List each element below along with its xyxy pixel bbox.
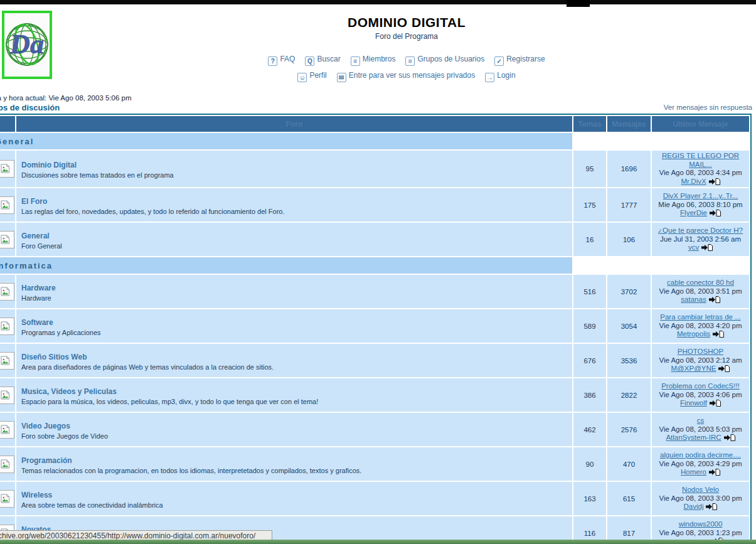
goto-last-post-icon[interactable] bbox=[709, 469, 720, 476]
forum-icon-cell bbox=[0, 482, 15, 515]
last-post-user-line: Mr.DivX bbox=[654, 178, 747, 186]
last-post-user-link[interactable]: AtlanSystem-IRC bbox=[666, 434, 721, 441]
search-icon: Q bbox=[305, 56, 314, 66]
forum-cell: El Foro Las reglas del foro, novedades, … bbox=[16, 188, 572, 221]
last-post-user-link[interactable]: Finnwolf bbox=[680, 399, 707, 407]
nav-link[interactable]: ?FAQ bbox=[268, 53, 295, 66]
forum-description: Hardware bbox=[21, 294, 567, 302]
last-post-column-header: Ultimo Mensaje bbox=[652, 116, 749, 132]
forum-icon-cell bbox=[0, 413, 15, 446]
last-post-date: Mie Ago 06, 2003 8:10 pm bbox=[654, 201, 747, 210]
category-title: Informatica bbox=[0, 257, 572, 274]
last-post-date: Vie Ago 08, 2003 5:03 pm bbox=[654, 425, 747, 434]
site-logo[interactable]: Da bbox=[2, 11, 52, 79]
broken-image-icon bbox=[0, 160, 14, 178]
forum-row: Software Programas y Aplicaciones 589 30… bbox=[0, 309, 749, 343]
forum-description: Foro General bbox=[21, 242, 567, 250]
last-post-user-link[interactable]: Homero bbox=[681, 468, 706, 476]
goto-last-post-icon[interactable] bbox=[709, 296, 720, 303]
goto-last-post-icon[interactable] bbox=[713, 331, 724, 338]
goto-last-post-icon[interactable] bbox=[710, 400, 721, 407]
forum-index-link[interactable]: Foros de discusión bbox=[0, 103, 60, 112]
last-topic-link[interactable]: Para cambiar letras de ... bbox=[660, 313, 740, 321]
last-topic-link[interactable]: DivX Player 2.1...y..Tr... bbox=[663, 192, 738, 200]
last-post-cell: REGIS TE LLEGO POR MAIL... Vie Ago 08, 2… bbox=[652, 151, 749, 187]
last-topic-link[interactable]: REGIS TE LLEGO POR MAIL... bbox=[662, 152, 739, 168]
forum-cell: Musica, Videos y Peliculas Espacio para … bbox=[16, 378, 572, 412]
last-post-user-line: M@XP@YNE bbox=[654, 365, 747, 373]
nav-link[interactable]: ≡Grupos de Usuarios bbox=[405, 53, 484, 66]
nav-link[interactable]: ≡Miembros bbox=[351, 53, 396, 66]
forum-link[interactable]: Dominio Digital bbox=[21, 161, 77, 169]
last-topic-link[interactable]: cable conector 80 hd bbox=[667, 279, 734, 286]
last-topic-link[interactable]: Nodos Velo bbox=[682, 486, 719, 493]
last-post-user-link[interactable]: Davidj bbox=[684, 503, 704, 510]
goto-last-post-icon[interactable] bbox=[701, 244, 713, 251]
last-post-user-link[interactable]: vcv bbox=[688, 243, 699, 251]
usergroups-icon: ≡ bbox=[405, 56, 415, 66]
last-post-user-link[interactable]: M@XP@YNE bbox=[671, 365, 716, 372]
last-topic-link[interactable]: PHOTOSHOP bbox=[678, 348, 723, 355]
browser-tab-notch bbox=[567, 0, 590, 7]
last-post-cell: cs Vie Ago 08, 2003 5:03 pm AtlanSystem-… bbox=[652, 413, 749, 446]
goto-last-post-icon[interactable] bbox=[710, 210, 721, 216]
nav-link[interactable]: ✉Entre para ver sus mensajes privados bbox=[337, 70, 475, 82]
forum-link[interactable]: El Foro bbox=[21, 197, 47, 206]
forum-description: Programas y Aplicaciones bbox=[21, 329, 567, 336]
last-topic-link[interactable]: alguien podira decirme.... bbox=[660, 451, 741, 459]
last-post-cell: ¿Que te parece Doctor H? Jue Jul 31, 200… bbox=[652, 223, 749, 256]
last-post-user-line: Davidj bbox=[654, 503, 747, 511]
forum-cell: Diseño Sitios Web Area para diseñadores … bbox=[16, 344, 572, 377]
forum-link[interactable]: Software bbox=[21, 318, 53, 327]
goto-last-post-icon[interactable] bbox=[724, 434, 735, 441]
last-post-user-link[interactable]: Mr.DivX bbox=[681, 178, 706, 185]
last-post-user-line: Finnwolf bbox=[654, 399, 747, 408]
topics-count: 95 bbox=[573, 151, 606, 187]
last-post-user-link[interactable]: Metropolis bbox=[677, 330, 710, 338]
forum-cell: General Foro General bbox=[16, 223, 572, 256]
last-post-date: Vie Ago 08, 2003 3:51 pm bbox=[654, 287, 747, 296]
last-post-date: Vie Ago 08, 2003 3:00 pm bbox=[654, 494, 747, 503]
globe-logo-graphic: Da bbox=[4, 13, 50, 77]
posts-count: 3536 bbox=[607, 344, 651, 377]
last-post-date: Jue Jul 31, 2003 2:56 am bbox=[654, 235, 747, 244]
nav-link[interactable]: →Login bbox=[485, 70, 515, 82]
goto-last-post-icon[interactable] bbox=[718, 365, 730, 372]
forum-row: Video Juegos Foro sobre Juegos de Video … bbox=[0, 413, 749, 446]
last-topic-link[interactable]: ¿Que te parece Doctor H? bbox=[658, 227, 743, 234]
forum-link[interactable]: Programación bbox=[21, 456, 72, 465]
last-post-user-line: Metropolis bbox=[654, 330, 747, 339]
last-post-date: Vie Ago 08, 2003 4:29 pm bbox=[654, 460, 747, 469]
nav-row-2: ☺Perfil✉Entre para ver sus mensajes priv… bbox=[61, 70, 752, 82]
category-row: Informatica bbox=[0, 257, 749, 274]
last-post-cell: Para cambiar letras de ... Vie Ago 08, 2… bbox=[652, 309, 749, 343]
forum-description: Area sobre temas de conectividad inalámb… bbox=[21, 501, 567, 509]
forum-link[interactable]: Hardware bbox=[21, 284, 56, 292]
last-topic-link[interactable]: windows2000 bbox=[679, 520, 723, 528]
forum-link[interactable]: Musica, Videos y Peliculas bbox=[21, 387, 117, 396]
unanswered-messages-link[interactable]: Ver mensajes sin respuesta bbox=[664, 104, 752, 111]
last-post-date: Vie Ago 08, 2003 2:12 am bbox=[654, 356, 747, 365]
last-post-user-link[interactable]: satanas bbox=[681, 296, 706, 303]
last-post-user-line: vcv bbox=[654, 243, 747, 252]
forum-row: Programación Temas relacionados con la p… bbox=[0, 447, 749, 481]
last-topic-link[interactable]: cs bbox=[697, 417, 705, 424]
forum-link[interactable]: Diseño Sitios Web bbox=[21, 353, 87, 361]
last-post-cell: Problema con CodecS!!! Vie Ago 08, 2003 … bbox=[652, 378, 749, 412]
goto-last-post-icon[interactable] bbox=[706, 503, 717, 510]
forum-link[interactable]: General bbox=[21, 232, 50, 240]
last-post-user-link[interactable]: FlyerDie bbox=[680, 209, 707, 216]
goto-last-post-icon[interactable] bbox=[709, 178, 720, 185]
forum-description: Area para diseñadores de páginas Web y t… bbox=[21, 363, 567, 371]
nav-link[interactable]: ☺Perfil bbox=[297, 70, 326, 82]
forum-description: Espacio para la música, los videos, peli… bbox=[21, 398, 567, 405]
last-topic-link[interactable]: Problema con CodecS!!! bbox=[661, 382, 740, 390]
nav-link[interactable]: ✓Registrarse bbox=[494, 53, 545, 66]
forum-link[interactable]: Wireless bbox=[21, 491, 52, 499]
profile-icon: ☺ bbox=[297, 73, 307, 82]
register-icon: ✓ bbox=[494, 56, 504, 66]
forum-link[interactable]: Video Juegos bbox=[21, 422, 70, 430]
nav-link[interactable]: QBuscar bbox=[305, 53, 340, 66]
forum-description: Discusiones sobre temas tratados en el p… bbox=[21, 171, 567, 179]
broken-image-icon bbox=[0, 196, 14, 214]
